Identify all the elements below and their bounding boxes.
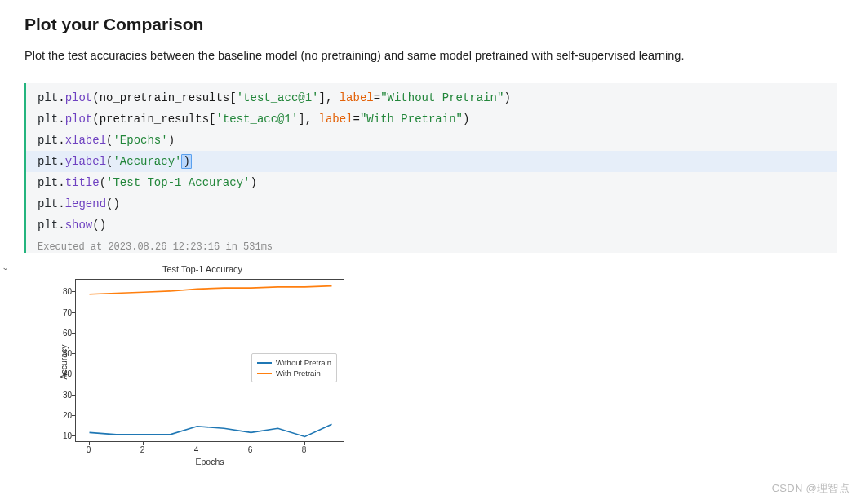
chart-title: Test Top-1 Accuracy <box>54 264 351 274</box>
x-axis-label: Epochs <box>75 457 344 466</box>
plot-frame: Without PretrainWith Pretrain <box>75 279 344 442</box>
collapse-output-icon[interactable]: ⌄ <box>2 263 9 272</box>
cursor-selection: ) <box>181 154 191 169</box>
code-line[interactable]: plt.xlabel('Epochs') <box>38 130 828 151</box>
x-tick-label: 0 <box>87 445 91 454</box>
code-line[interactable]: plt.plot(pretrain_results['test_acc@1'],… <box>38 108 828 130</box>
legend-label: Without Pretrain <box>276 357 331 368</box>
code-line-active[interactable]: plt.ylabel('Accuracy') <box>26 151 837 172</box>
plot-area: Accuracy Epochs 1020304050607080 02468 W… <box>60 276 362 463</box>
series-line <box>90 424 332 436</box>
x-tick-label: 6 <box>248 445 253 454</box>
code-line[interactable]: plt.legend() <box>38 193 828 214</box>
chart-legend: Without PretrainWith Pretrain <box>251 353 337 382</box>
code-line[interactable]: plt.show() <box>38 214 828 236</box>
y-tick-label: 30 <box>63 390 72 399</box>
y-tick-label: 10 <box>63 431 72 440</box>
y-tick-label: 70 <box>63 307 72 316</box>
code-line[interactable]: plt.plot(no_pretrain_results['test_acc@1… <box>38 87 828 108</box>
output-area: ⌄ Test Top-1 Accuracy Accuracy Epochs 10… <box>0 263 837 463</box>
chart: Test Top-1 Accuracy Accuracy Epochs 1020… <box>24 263 351 463</box>
x-tick-label: 4 <box>194 445 199 454</box>
legend-label: With Pretrain <box>276 368 321 378</box>
code-line[interactable]: plt.title('Test Top-1 Accuracy') <box>38 172 828 193</box>
series-line <box>90 286 332 294</box>
y-tick-label: 80 <box>63 287 72 296</box>
legend-entry: Without Pretrain <box>257 357 331 368</box>
code-cell[interactable]: 1 2 3 4 5 6 7 plt.plot(no_pretrain_resul… <box>0 83 837 253</box>
y-tick-label: 20 <box>63 411 72 420</box>
execution-metadata: Executed at 2023.08.26 12:23:16 in 531ms <box>26 238 837 253</box>
x-tick-label: 2 <box>140 445 145 454</box>
legend-entry: With Pretrain <box>257 368 331 378</box>
x-tick-label: 8 <box>302 445 307 454</box>
page-heading: Plot your Comparison <box>24 15 837 34</box>
page-description: Plot the test accuracies between the bas… <box>24 49 837 62</box>
legend-swatch <box>257 362 272 364</box>
y-tick-label: 50 <box>63 349 72 358</box>
y-tick-label: 40 <box>63 369 72 378</box>
legend-swatch <box>257 373 272 374</box>
y-tick-label: 60 <box>63 328 72 337</box>
code-block[interactable]: plt.plot(no_pretrain_results['test_acc@1… <box>24 83 837 253</box>
